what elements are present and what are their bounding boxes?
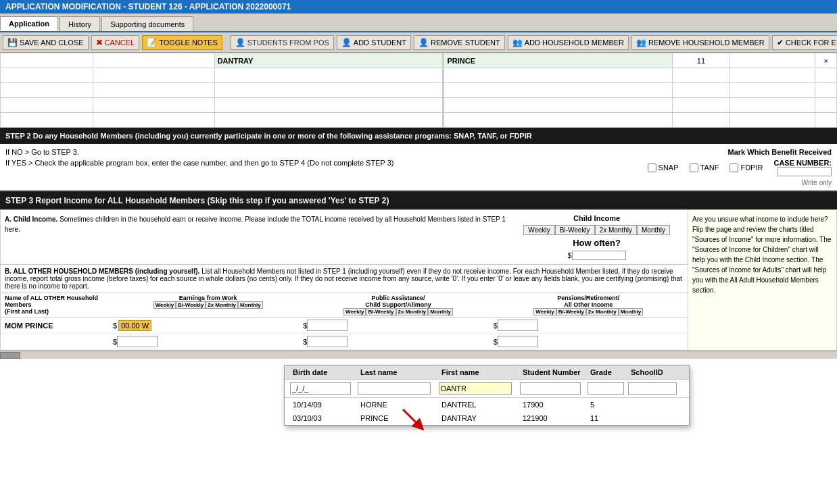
toolbar: 💾 SAVE AND CLOSE ✖ CANCEL 📝 TOGGLE NOTES… xyxy=(0,32,837,53)
student-number-input[interactable] xyxy=(520,382,581,395)
table-row-3 xyxy=(1,83,837,98)
case-number-input[interactable] xyxy=(778,167,832,176)
child-income-label: A. Child Income. xyxy=(5,216,57,223)
remove-household-icon: 👥 xyxy=(636,38,646,47)
dropdown-overlay: Birth date Last name First name Student … xyxy=(284,365,690,426)
mom-public: $ xyxy=(303,320,493,331)
birth-date-input[interactable] xyxy=(290,382,351,395)
remove-student-icon: 👤 xyxy=(418,38,429,47)
cancel-button[interactable]: ✖ CANCEL xyxy=(91,35,140,50)
student-table: DANTRAY PRINCE 11 × xyxy=(0,53,837,128)
fdpir-checkbox-label[interactable]: FDPIR xyxy=(730,163,763,172)
step2-left: If NO > Go to STEP 3. If YES > Check the… xyxy=(5,148,575,167)
person-icon: 👤 xyxy=(235,38,245,47)
empty-income-row: $ $ $ xyxy=(1,334,688,350)
prince-number: 121900 xyxy=(520,414,588,422)
all-members-label: B. ALL OTHER HOUSEHOLD MEMBERS (includin… xyxy=(5,268,199,275)
empty-earnings-input[interactable] xyxy=(117,336,158,347)
title-bar: APPLICATION MODIFICATION - STUDENT 126 -… xyxy=(0,0,837,14)
tab-application[interactable]: Application xyxy=(0,16,58,31)
prince-school xyxy=(628,414,682,422)
save-icon: 💾 xyxy=(7,38,18,47)
empty-pensions-input[interactable] xyxy=(498,336,538,347)
child-income-input-area: Child Income Weekly Bi-Weekly 2x Monthly… xyxy=(523,214,670,260)
step2-header: STEP 2 Do any Household Members (includi… xyxy=(0,128,837,144)
empty-public-input[interactable] xyxy=(307,336,348,347)
delete-row-button[interactable]: × xyxy=(815,53,837,68)
remove-household-button[interactable]: 👥 REMOVE HOUSEHOLD MEMBER xyxy=(631,35,769,50)
students-from-pos-button[interactable]: 👤 STUDENTS FROM POS xyxy=(231,35,334,50)
dropdown-input-row xyxy=(285,380,689,398)
child-freq-buttons: Weekly Bi-Weekly 2x Monthly Monthly xyxy=(523,225,670,235)
case-number-area: CASE NUMBER: xyxy=(773,159,832,176)
dropdown-row-horne[interactable]: 10/14/09 HORNE DANTREL 17900 5 xyxy=(285,398,689,411)
tanf-checkbox-label[interactable]: TANF xyxy=(690,163,719,172)
col-first-name-header: First name xyxy=(439,368,520,376)
step3-header: STEP 3 Report Income for ALL Household M… xyxy=(0,192,837,209)
table-row-2 xyxy=(1,68,837,83)
monthly-btn[interactable]: Monthly xyxy=(637,225,670,235)
mom-public-input[interactable] xyxy=(307,320,348,331)
dropdown-header: Birth date Last name First name Student … xyxy=(285,366,689,380)
prince-first: DANTRAY xyxy=(439,414,520,422)
table-row-5 xyxy=(1,113,837,128)
public-freq-header: Weekly Bi-Weekly 2x Monthly Monthly xyxy=(303,308,493,316)
tab-history[interactable]: History xyxy=(59,16,100,31)
tab-supporting-documents[interactable]: Supporting documents xyxy=(101,16,193,31)
horne-birth: 10/14/09 xyxy=(290,401,358,409)
col-school-id-header: SchoolID xyxy=(628,368,682,376)
add-student-button[interactable]: 👤 ADD STUDENT xyxy=(337,35,411,50)
col-grade-header: Grade xyxy=(588,368,628,376)
step2-content: If NO > Go to STEP 3. If YES > Check the… xyxy=(0,144,837,192)
benefit-checkboxes: SNAP TANF FDPIR CASE NUMBER: xyxy=(648,159,832,176)
add-household-button[interactable]: 👥 ADD HOUSEHOLD MEMBER xyxy=(508,35,629,50)
add-student-icon: 👤 xyxy=(341,38,352,47)
toggle-notes-button[interactable]: 📝 TOGGLE NOTES xyxy=(142,35,222,50)
cancel-icon: ✖ xyxy=(96,38,103,47)
remove-student-button[interactable]: 👤 REMOVE STUDENT xyxy=(414,35,505,50)
step2-if-no: If NO > Go to STEP 3. xyxy=(5,148,575,156)
mom-dollar-sign: $ xyxy=(113,322,117,330)
step3-sidebar: Are you unsure what income to include he… xyxy=(688,210,836,350)
name-col-header: Name of ALL OTHER Household Members(Firs… xyxy=(5,295,113,316)
mom-name: MOM PRINCE xyxy=(5,322,113,330)
school-id-input[interactable] xyxy=(628,382,677,395)
step2-if-yes: If YES > Check the applicable program bo… xyxy=(5,159,575,167)
add-household-icon: 👥 xyxy=(512,38,523,47)
horizontal-scrollbar[interactable] xyxy=(0,351,837,359)
pensions-col-header: Pensions/Retirement/All Other Income Wee… xyxy=(494,295,684,316)
title-text: APPLICATION MODIFICATION - STUDENT 126 -… xyxy=(5,2,291,11)
table-row-1: DANTRAY PRINCE 11 × xyxy=(1,53,837,68)
2xmonthly-btn[interactable]: 2x Monthly xyxy=(595,225,637,235)
earnings-freq-header: Weekly Bi-Weekly 2x Monthly Monthly xyxy=(113,301,303,309)
weekly-btn[interactable]: Weekly xyxy=(523,225,555,235)
grade-input[interactable] xyxy=(588,382,624,395)
child-income-input[interactable] xyxy=(572,251,626,260)
child-income-title: Child Income xyxy=(573,214,620,222)
write-only-label: Write only xyxy=(802,179,832,186)
last-name-cell: DANTRAY xyxy=(214,53,443,68)
child-income-section: A. Child Income. Sometimes children in t… xyxy=(1,210,688,265)
last-name-search-input[interactable] xyxy=(358,382,431,395)
svg-line-1 xyxy=(403,409,420,426)
check-errors-button[interactable]: ✔ CHECK FOR ERRORS xyxy=(772,35,837,50)
fdpir-checkbox[interactable] xyxy=(730,163,738,172)
step3-main: A. Child Income. Sometimes children in t… xyxy=(1,210,688,350)
tab-bar: Application History Supporting documents xyxy=(0,14,837,32)
biweekly-btn[interactable]: Bi-Weekly xyxy=(555,225,595,235)
all-members-desc-section: B. ALL OTHER HOUSEHOLD MEMBERS (includin… xyxy=(1,265,688,293)
table-row-4 xyxy=(1,98,837,113)
grade-cell: 11 xyxy=(673,53,730,68)
snap-checkbox[interactable] xyxy=(648,163,656,172)
mom-pensions-input[interactable] xyxy=(498,320,538,331)
first-name-search-input[interactable] xyxy=(439,382,512,395)
main-content: DANTRAY PRINCE 11 × xyxy=(0,53,837,504)
earnings-amount[interactable]: 00.00 W xyxy=(118,320,151,331)
horne-number: 17900 xyxy=(520,401,588,409)
save-and-close-button[interactable]: 💾 SAVE AND CLOSE xyxy=(3,35,89,50)
dropdown-row-prince[interactable]: 03/10/03 PRINCE DANTRAY 121900 11 xyxy=(285,411,689,425)
tanf-checkbox[interactable] xyxy=(690,163,698,172)
col-student-number-header: Student Number xyxy=(520,368,588,376)
scroll-thumb[interactable] xyxy=(0,352,20,359)
snap-checkbox-label[interactable]: SNAP xyxy=(648,163,679,172)
